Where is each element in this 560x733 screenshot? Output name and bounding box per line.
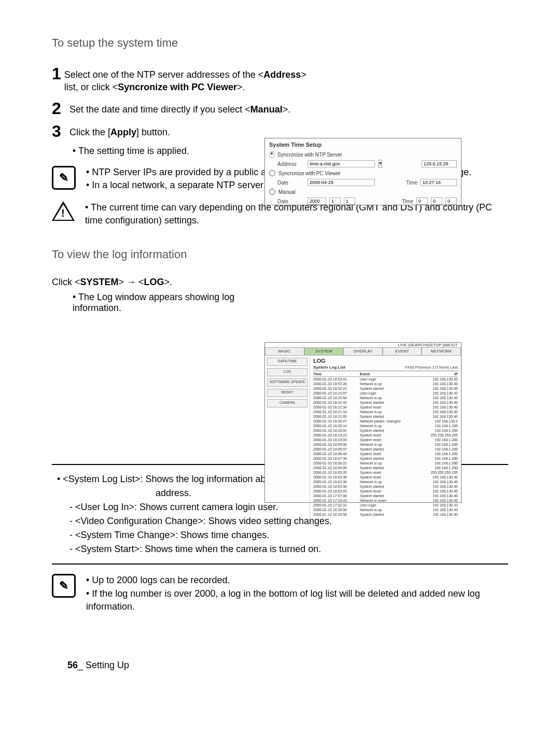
log-panel: LIVE |SEARCH|SETUP |ABOUT BASICSYSTEMOVE…	[264, 342, 461, 503]
system-time-setup-panel: System Time Setup Syncronize with NTP Se…	[264, 138, 461, 205]
option-pc-label: Syncronize with PC Viewer	[278, 171, 341, 176]
pc-time-field[interactable]	[421, 179, 457, 186]
radio-ntp[interactable]	[269, 151, 274, 158]
log-row: 2000-01-10 18:22:34System reset192.168.1…	[313, 405, 458, 410]
log-row: 2000-01-10 18:07:39System started192.168…	[313, 456, 458, 461]
heading-view-log: To view the log information	[52, 248, 508, 261]
note-icon: ✎	[52, 574, 76, 598]
log-click-path: Click <SYSTEM> → <LOG>.	[52, 277, 508, 288]
page-footer: 56_ Setting Up	[67, 660, 129, 671]
chevron-down-icon[interactable]: ▾	[378, 160, 382, 168]
note-line: If the log number is over 2000, a log in…	[86, 587, 508, 613]
tab-system[interactable]: SYSTEM	[304, 347, 344, 355]
step-text: Select one of the NTP server addresses o…	[64, 65, 321, 94]
log-pager[interactable]: First| Previous 1/3 Next| Last	[405, 365, 458, 370]
step-number: 3	[52, 123, 66, 139]
log-row: 2000-01-10 18:21:05System started192.168…	[313, 414, 458, 419]
step-number: 1	[52, 65, 61, 82]
section-divider	[52, 563, 508, 565]
tab-overlay[interactable]: OVERLAY	[343, 347, 383, 355]
address-label: Address	[277, 161, 304, 167]
note-log-limit: ✎ Up to 2000 logs can be recorded. If th…	[52, 574, 508, 613]
manual-sec[interactable]	[445, 198, 457, 205]
step-text: Click the [Apply] button.	[69, 123, 170, 138]
pc-date-field[interactable]	[307, 179, 375, 186]
log-row: 2000-01-10 18:03:30System reset192.168.1…	[313, 475, 458, 480]
log-row: 2000-01-10 17:57:08System started192.168…	[313, 494, 458, 498]
sidebar-item-date-time[interactable]: DATE/TIME	[267, 358, 307, 366]
address-select[interactable]	[307, 160, 375, 167]
log-row: 2000-01-10 18:08:44System reset192.168.1…	[313, 452, 458, 456]
log-row: 2000-01-10 18:08:57System started192.168…	[313, 447, 458, 452]
log-row: 2000-01-10 18:53:41User login192.168.130…	[313, 377, 458, 382]
tab-event[interactable]: EVENT	[383, 347, 422, 355]
log-row: 2000-01-10 18:21:18Network is up192.168.…	[313, 410, 458, 414]
log-appears-note: The Log window appears showing log infor…	[73, 292, 270, 314]
manual-year[interactable]	[307, 198, 326, 205]
log-row: 2000-01-10 18:52:21System started192.168…	[313, 386, 458, 391]
step-1: 1 Select one of the NTP server addresses…	[52, 65, 321, 94]
log-row: 2000-01-10 18:09:06Network is up192.168.…	[313, 442, 458, 447]
sidebar-item-camera[interactable]: CAMERA	[267, 399, 307, 407]
heading-setup-time: To setup the system time	[52, 36, 508, 50]
tab-basic[interactable]: BASIC	[265, 347, 304, 355]
log-row: 2000-01-10 18:06:21Network is up192.168.…	[313, 461, 458, 466]
option-ntp-label: Syncronize with NTP Server	[277, 152, 342, 158]
log-row: 2000-01-10 16:39:08Network is up192.168.…	[313, 508, 458, 512]
log-row: 2000-01-10 18:23:07User login192.168.130…	[313, 391, 458, 396]
time-label: Time	[397, 199, 413, 204]
log-subheading: System Log List	[313, 365, 345, 370]
note-icon: ✎	[52, 166, 76, 190]
log-heading: LOG	[313, 358, 458, 364]
log-row: 2000-01-10 18:05:20System reset255.255.2…	[313, 470, 458, 475]
log-row: 2000-01-10 18:53:28Network is up192.168.…	[313, 382, 458, 386]
manual-month[interactable]	[329, 198, 341, 205]
step-text: Set the date and time directly if you se…	[69, 100, 290, 116]
log-row: 2000-01-10 18:10:03System reset192.168.1…	[313, 438, 458, 442]
top-nav[interactable]: LIVE |SEARCH|SETUP |ABOUT	[265, 343, 461, 347]
log-row: 2000-01-10 18:22:54Network is up192.168.…	[313, 396, 458, 400]
log-row: 2000-01-10 17:02:31User login192.168.130…	[313, 503, 458, 508]
sidebar-item-software-update[interactable]: SOFTWARE UPDATE	[267, 378, 307, 387]
option-manual-label: Manual	[278, 189, 296, 195]
panel-title: System Time Setup	[269, 142, 457, 148]
desc-time-change: <System Time Change>: Shows time changes…	[69, 528, 508, 542]
col-ip: IP	[417, 372, 458, 376]
log-row: 2000-01-10 18:20:01System started192.168…	[313, 428, 458, 433]
step-2: 2 Set the date and time directly if you …	[52, 100, 321, 117]
manual-min[interactable]	[431, 198, 442, 205]
log-row: 2000-01-10 18:03:48System started192.168…	[313, 484, 458, 489]
col-time: Time	[313, 372, 360, 376]
log-row: 2000-01-10 18:20:14Network is up192.168.…	[313, 424, 458, 428]
radio-manual[interactable]	[269, 189, 275, 195]
warning-icon: !	[52, 201, 75, 221]
log-row: 2000-01-10 18:06:09System started192.168…	[313, 466, 458, 470]
ntp-ip-field[interactable]	[422, 160, 457, 167]
tab-network[interactable]: NETWORK	[422, 347, 461, 355]
time-label: Time	[401, 180, 417, 186]
manual-day[interactable]	[344, 198, 355, 205]
manual-hour[interactable]	[416, 198, 428, 205]
log-row: 2000-01-10 18:02:34Network is up192.168.…	[313, 480, 458, 484]
col-event: Event	[360, 372, 417, 376]
log-row: 2000-01-10 18:20:27Network param. change…	[313, 419, 458, 424]
step-number: 2	[52, 100, 66, 117]
note-line: Up to 2000 logs can be recorded.	[86, 574, 508, 587]
desc-system-start: <System Start>: Shows time when the came…	[69, 542, 508, 556]
date-label: Date	[277, 199, 304, 204]
log-row: 2000-01-10 16:39:58System started192.168…	[313, 512, 458, 517]
log-row: 2000-01-10 18:03:43System reset192.168.1…	[313, 489, 458, 494]
date-label: Date	[277, 180, 304, 186]
sidebar-item-reset[interactable]: RESET	[267, 389, 307, 397]
log-row: 2000-01-10 17:33:43Network is down192.16…	[313, 498, 458, 503]
log-row: 2000-01-10 18:22:42System started192.168…	[313, 400, 458, 405]
log-row: 2000-01-10 18:19:23System reset255.255.2…	[313, 433, 458, 438]
radio-pc-viewer[interactable]	[269, 170, 275, 176]
sidebar-item-log[interactable]: LOG	[267, 368, 307, 376]
step-3: 3 Click the [Apply] button.	[52, 123, 321, 139]
